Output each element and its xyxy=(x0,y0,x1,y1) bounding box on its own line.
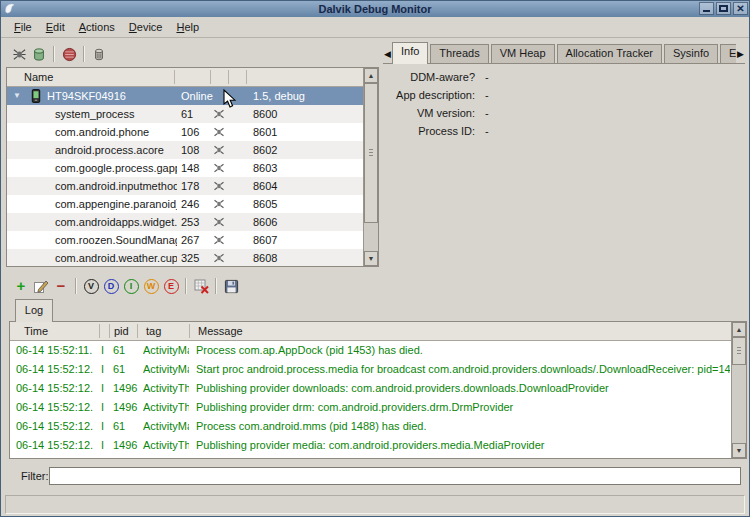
toolbar-separator xyxy=(75,278,77,294)
scroll-up-icon[interactable]: ▲ xyxy=(732,322,746,337)
process-row[interactable]: android.process.acore1088602 xyxy=(7,141,363,159)
process-port: 8606 xyxy=(253,213,277,231)
warn-level-icon[interactable]: W xyxy=(141,276,161,296)
log-time: 06-14 15:52:12. xyxy=(16,417,100,436)
process-row[interactable]: com.android.inputmethod1788604 xyxy=(7,177,363,195)
filter-input[interactable] xyxy=(49,467,741,485)
toolbar-separator xyxy=(53,46,55,62)
device-toolbar xyxy=(9,43,109,65)
filter-label: Filter: xyxy=(21,470,49,482)
column-header-name[interactable]: Name xyxy=(24,68,53,86)
process-pid: 178 xyxy=(181,177,199,195)
column-divider[interactable] xyxy=(189,324,190,338)
process-row[interactable]: com.android.phone1068601 xyxy=(7,123,363,141)
log-scrollbar[interactable]: ▲ ▼ xyxy=(731,322,746,458)
column-divider[interactable] xyxy=(99,324,100,338)
log-level: I xyxy=(101,360,111,379)
close-button[interactable]: ✕ xyxy=(733,2,748,15)
log-message: Process com.android.mms (pid 1488) has d… xyxy=(196,417,730,436)
tab-log[interactable]: Log xyxy=(15,299,53,322)
tab-emulator-control[interactable]: Emulator Control xyxy=(720,44,736,64)
process-row[interactable]: com.google.process.gapp1488603 xyxy=(7,159,363,177)
log-level: I xyxy=(101,436,111,455)
expander-icon[interactable]: ▼ xyxy=(13,87,21,105)
debug-process-icon[interactable] xyxy=(9,44,29,64)
process-row[interactable]: system_process618600 xyxy=(7,105,363,123)
column-header-time[interactable]: Time xyxy=(24,322,48,340)
tab-threads[interactable]: Threads xyxy=(430,44,488,64)
tab-sysinfo[interactable]: Sysinfo xyxy=(664,44,718,64)
info-field-label: Process ID: xyxy=(383,122,475,140)
error-level-icon[interactable]: E xyxy=(161,276,181,296)
tree-header[interactable]: Name xyxy=(7,68,363,87)
process-row[interactable]: com.androidapps.widget.b2538606 xyxy=(7,213,363,231)
cause-gc-icon[interactable] xyxy=(89,44,109,64)
window-title: Dalvik Debug Monitor xyxy=(1,3,749,15)
bug-icon xyxy=(213,251,225,266)
debug-level-icon[interactable]: D xyxy=(101,276,121,296)
process-name: com.android.weather.cup xyxy=(55,249,177,266)
log-time: 06-14 15:52:12. xyxy=(16,379,100,398)
column-header-pid[interactable]: pid xyxy=(114,322,129,340)
process-port: 8607 xyxy=(253,231,277,249)
tree-scrollbar[interactable]: ▲ ▼ xyxy=(363,68,378,266)
tab-scroll-left-icon[interactable]: ◀ xyxy=(383,45,392,64)
log-row[interactable]: 06-14 15:52:12.I61ActivityMaProcess com.… xyxy=(10,417,732,436)
log-row[interactable]: 06-14 15:52:11.I61ActivityMaProcess com.… xyxy=(10,341,732,360)
update-heap-icon[interactable] xyxy=(29,44,49,64)
tab-allocation-tracker[interactable]: Allocation Tracker xyxy=(557,44,662,64)
maximize-button[interactable] xyxy=(716,2,731,15)
edit-filter-icon[interactable] xyxy=(31,276,51,296)
scroll-down-icon[interactable]: ▼ xyxy=(364,251,378,266)
info-field-value: - xyxy=(485,107,489,119)
toolbar-separator xyxy=(83,46,85,62)
process-row[interactable]: com.android.weather.cup3258608 xyxy=(7,249,363,266)
menu-help[interactable]: Help xyxy=(169,19,206,35)
info-field-value: - xyxy=(485,71,489,83)
tab-info[interactable]: Info xyxy=(392,42,428,64)
verbose-level-icon[interactable]: V xyxy=(81,276,101,296)
column-header-tag[interactable]: tag xyxy=(146,322,161,340)
menu-file[interactable]: File xyxy=(7,19,39,35)
process-pid: 325 xyxy=(181,249,199,266)
info-field-label: App description: xyxy=(383,86,475,104)
column-divider[interactable] xyxy=(137,324,138,338)
tab-vm-heap[interactable]: VM Heap xyxy=(491,44,555,64)
scroll-thumb[interactable] xyxy=(364,83,378,223)
log-message: Publishing provider downloads: com.andro… xyxy=(196,379,730,398)
remove-filter-icon[interactable]: − xyxy=(51,276,71,296)
add-filter-icon[interactable]: + xyxy=(11,276,31,296)
log-pid: 61 xyxy=(113,417,139,436)
log-row[interactable]: 06-14 15:52:12.I1496ActivityThPublishing… xyxy=(10,398,732,417)
column-divider[interactable] xyxy=(210,70,211,84)
log-row[interactable]: 06-14 15:52:12.I1496ActivityThPublishing… xyxy=(10,436,732,455)
process-row[interactable]: com.roozen.SoundManag2678607 xyxy=(7,231,363,249)
halt-process-icon[interactable] xyxy=(59,44,79,64)
scroll-down-icon[interactable]: ▼ xyxy=(732,443,746,458)
info-field-label: VM version: xyxy=(383,104,475,122)
minimize-button[interactable] xyxy=(699,2,714,15)
menu-device[interactable]: Device xyxy=(122,19,170,35)
scroll-up-icon[interactable]: ▲ xyxy=(364,68,378,83)
process-row[interactable]: com.appengine.paranoid_2468605 xyxy=(7,195,363,213)
column-divider[interactable] xyxy=(228,70,229,84)
info-level-icon[interactable]: I xyxy=(121,276,141,296)
log-row[interactable]: 06-14 15:52:12.I61ActivityMaStart proc a… xyxy=(10,360,732,379)
log-row[interactable]: 06-14 15:52:12.I1496ActivityThPublishing… xyxy=(10,379,732,398)
info-field: DDM-aware?- xyxy=(383,68,489,86)
info-field: Process ID:- xyxy=(383,122,489,140)
column-header-message[interactable]: Message xyxy=(198,322,243,340)
column-divider[interactable] xyxy=(109,324,110,338)
menu-edit[interactable]: Edit xyxy=(39,19,72,35)
column-divider[interactable] xyxy=(174,70,175,84)
titlebar[interactable]: Dalvik Debug Monitor ✕ xyxy=(1,1,749,17)
clear-log-icon[interactable] xyxy=(191,276,211,296)
scroll-thumb[interactable] xyxy=(732,337,746,365)
tab-scroll-right-icon[interactable]: ▶ xyxy=(736,45,745,64)
save-log-icon[interactable] xyxy=(221,276,241,296)
column-divider[interactable] xyxy=(246,70,247,84)
menu-actions[interactable]: Actions xyxy=(72,19,122,35)
device-row[interactable]: ▼HT94SKF04916Online1.5, debug xyxy=(7,87,363,105)
log-message: Publishing provider media: com.android.p… xyxy=(196,436,730,455)
log-toolbar: +−VDIWE xyxy=(11,275,241,297)
